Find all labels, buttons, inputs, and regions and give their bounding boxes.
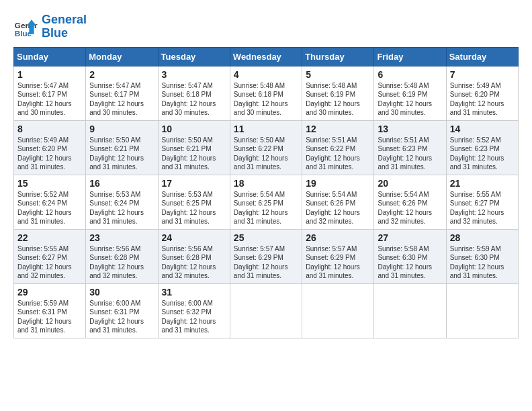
day-number: 16 (89, 178, 154, 189)
day-info: Sunrise: 5:47 AM Sunset: 6:17 PM Dayligh… (17, 81, 82, 118)
day-number: 8 (17, 124, 82, 134)
day-number: 22 (17, 232, 82, 243)
calendar-cell: 8Sunrise: 5:49 AM Sunset: 6:20 PM Daylig… (14, 120, 86, 175)
day-info: Sunrise: 5:52 AM Sunset: 6:24 PM Dayligh… (17, 190, 82, 226)
calendar-cell: 9Sunrise: 5:50 AM Sunset: 6:21 PM Daylig… (86, 120, 158, 175)
calendar-cell: 16Sunrise: 5:53 AM Sunset: 6:24 PM Dayli… (86, 175, 158, 229)
day-info: Sunrise: 5:49 AM Sunset: 6:20 PM Dayligh… (17, 136, 82, 172)
calendar-cell (230, 283, 302, 338)
day-info: Sunrise: 5:56 AM Sunset: 6:28 PM Dayligh… (89, 244, 154, 281)
day-number: 10 (162, 124, 226, 134)
day-number: 27 (378, 232, 442, 243)
day-number: 13 (378, 124, 442, 134)
day-number: 15 (17, 178, 82, 189)
day-number: 30 (89, 287, 154, 298)
calendar-cell: 7Sunrise: 5:49 AM Sunset: 6:20 PM Daylig… (446, 66, 518, 120)
day-info: Sunrise: 6:00 AM Sunset: 6:31 PM Dayligh… (89, 299, 154, 335)
calendar-cell: 25Sunrise: 5:57 AM Sunset: 6:29 PM Dayli… (230, 229, 302, 283)
calendar-cell: 18Sunrise: 5:54 AM Sunset: 6:25 PM Dayli… (230, 175, 302, 229)
calendar-cell: 11Sunrise: 5:50 AM Sunset: 6:22 PM Dayli… (230, 120, 302, 175)
day-info: Sunrise: 5:48 AM Sunset: 6:19 PM Dayligh… (378, 81, 442, 118)
day-number: 20 (378, 178, 442, 189)
calendar-week-row: 15Sunrise: 5:52 AM Sunset: 6:24 PM Dayli… (14, 175, 519, 229)
calendar-cell: 21Sunrise: 5:55 AM Sunset: 6:27 PM Dayli… (446, 175, 518, 229)
day-info: Sunrise: 5:52 AM Sunset: 6:23 PM Dayligh… (450, 136, 515, 172)
day-info: Sunrise: 5:50 AM Sunset: 6:21 PM Dayligh… (89, 136, 154, 172)
day-info: Sunrise: 5:57 AM Sunset: 6:29 PM Dayligh… (306, 244, 370, 281)
day-number: 25 (234, 232, 298, 243)
logo-text: GeneralBlue (42, 13, 87, 40)
calendar-week-row: 8Sunrise: 5:49 AM Sunset: 6:20 PM Daylig… (14, 120, 519, 175)
day-number: 2 (89, 69, 154, 80)
calendar-week-row: 22Sunrise: 5:55 AM Sunset: 6:27 PM Dayli… (14, 229, 519, 283)
column-header-tuesday: Tuesday (158, 47, 230, 66)
calendar-cell: 1Sunrise: 5:47 AM Sunset: 6:17 PM Daylig… (14, 66, 86, 120)
day-number: 19 (306, 178, 370, 189)
calendar-cell (446, 283, 518, 338)
calendar-cell: 14Sunrise: 5:52 AM Sunset: 6:23 PM Dayli… (446, 120, 518, 175)
calendar-cell: 17Sunrise: 5:53 AM Sunset: 6:25 PM Dayli… (158, 175, 230, 229)
day-number: 31 (162, 287, 226, 298)
day-number: 18 (234, 178, 298, 189)
day-info: Sunrise: 5:51 AM Sunset: 6:23 PM Dayligh… (378, 136, 442, 172)
column-header-sunday: Sunday (14, 47, 86, 66)
calendar-cell: 29Sunrise: 5:59 AM Sunset: 6:31 PM Dayli… (14, 283, 86, 338)
page-header: General Blue GeneralBlue (13, 13, 519, 40)
day-number: 6 (378, 69, 442, 80)
column-header-saturday: Saturday (446, 47, 518, 66)
calendar-header-row: SundayMondayTuesdayWednesdayThursdayFrid… (14, 47, 519, 66)
day-info: Sunrise: 5:59 AM Sunset: 6:31 PM Dayligh… (17, 299, 82, 335)
day-info: Sunrise: 5:53 AM Sunset: 6:25 PM Dayligh… (162, 190, 226, 226)
day-info: Sunrise: 5:47 AM Sunset: 6:18 PM Dayligh… (162, 81, 226, 118)
calendar-cell: 23Sunrise: 5:56 AM Sunset: 6:28 PM Dayli… (86, 229, 158, 283)
day-number: 29 (17, 287, 82, 298)
day-info: Sunrise: 5:48 AM Sunset: 6:18 PM Dayligh… (234, 81, 298, 118)
logo-icon: General Blue (13, 15, 38, 39)
day-info: Sunrise: 5:49 AM Sunset: 6:20 PM Dayligh… (450, 81, 515, 118)
calendar-cell (302, 283, 374, 338)
day-info: Sunrise: 5:57 AM Sunset: 6:29 PM Dayligh… (234, 244, 298, 281)
day-info: Sunrise: 5:50 AM Sunset: 6:21 PM Dayligh… (162, 136, 226, 172)
calendar-cell: 24Sunrise: 5:56 AM Sunset: 6:28 PM Dayli… (158, 229, 230, 283)
calendar-cell (374, 283, 446, 338)
day-number: 5 (306, 69, 370, 80)
calendar-cell: 10Sunrise: 5:50 AM Sunset: 6:21 PM Dayli… (158, 120, 230, 175)
logo: General Blue GeneralBlue (13, 13, 87, 40)
day-info: Sunrise: 5:54 AM Sunset: 6:26 PM Dayligh… (378, 190, 442, 226)
day-number: 17 (162, 178, 226, 189)
calendar-cell: 5Sunrise: 5:48 AM Sunset: 6:19 PM Daylig… (302, 66, 374, 120)
column-header-wednesday: Wednesday (230, 47, 302, 66)
calendar-cell: 22Sunrise: 5:55 AM Sunset: 6:27 PM Dayli… (14, 229, 86, 283)
day-info: Sunrise: 5:58 AM Sunset: 6:30 PM Dayligh… (378, 244, 442, 281)
column-header-friday: Friday (374, 47, 446, 66)
day-number: 9 (89, 124, 154, 134)
calendar-cell: 31Sunrise: 6:00 AM Sunset: 6:32 PM Dayli… (158, 283, 230, 338)
day-number: 7 (450, 69, 515, 80)
calendar-cell: 30Sunrise: 6:00 AM Sunset: 6:31 PM Dayli… (86, 283, 158, 338)
day-number: 14 (450, 124, 515, 134)
day-info: Sunrise: 5:55 AM Sunset: 6:27 PM Dayligh… (450, 190, 515, 226)
day-info: Sunrise: 5:50 AM Sunset: 6:22 PM Dayligh… (234, 136, 298, 172)
day-number: 21 (450, 178, 515, 189)
day-info: Sunrise: 5:54 AM Sunset: 6:25 PM Dayligh… (234, 190, 298, 226)
day-number: 1 (17, 69, 82, 80)
calendar-week-row: 29Sunrise: 5:59 AM Sunset: 6:31 PM Dayli… (14, 283, 519, 338)
column-header-thursday: Thursday (302, 47, 374, 66)
day-number: 28 (450, 232, 515, 243)
day-info: Sunrise: 5:53 AM Sunset: 6:24 PM Dayligh… (89, 190, 154, 226)
day-info: Sunrise: 5:55 AM Sunset: 6:27 PM Dayligh… (17, 244, 82, 281)
calendar-cell: 28Sunrise: 5:59 AM Sunset: 6:30 PM Dayli… (446, 229, 518, 283)
day-info: Sunrise: 5:47 AM Sunset: 6:17 PM Dayligh… (89, 81, 154, 118)
day-info: Sunrise: 5:56 AM Sunset: 6:28 PM Dayligh… (162, 244, 226, 281)
day-info: Sunrise: 6:00 AM Sunset: 6:32 PM Dayligh… (162, 299, 226, 335)
calendar-cell: 26Sunrise: 5:57 AM Sunset: 6:29 PM Dayli… (302, 229, 374, 283)
calendar-cell: 27Sunrise: 5:58 AM Sunset: 6:30 PM Dayli… (374, 229, 446, 283)
day-info: Sunrise: 5:54 AM Sunset: 6:26 PM Dayligh… (306, 190, 370, 226)
calendar-cell: 13Sunrise: 5:51 AM Sunset: 6:23 PM Dayli… (374, 120, 446, 175)
day-info: Sunrise: 5:51 AM Sunset: 6:22 PM Dayligh… (306, 136, 370, 172)
calendar-table: SundayMondayTuesdayWednesdayThursdayFrid… (13, 47, 519, 338)
calendar-cell: 20Sunrise: 5:54 AM Sunset: 6:26 PM Dayli… (374, 175, 446, 229)
calendar-cell: 12Sunrise: 5:51 AM Sunset: 6:22 PM Dayli… (302, 120, 374, 175)
day-info: Sunrise: 5:59 AM Sunset: 6:30 PM Dayligh… (450, 244, 515, 281)
day-number: 3 (162, 69, 226, 80)
